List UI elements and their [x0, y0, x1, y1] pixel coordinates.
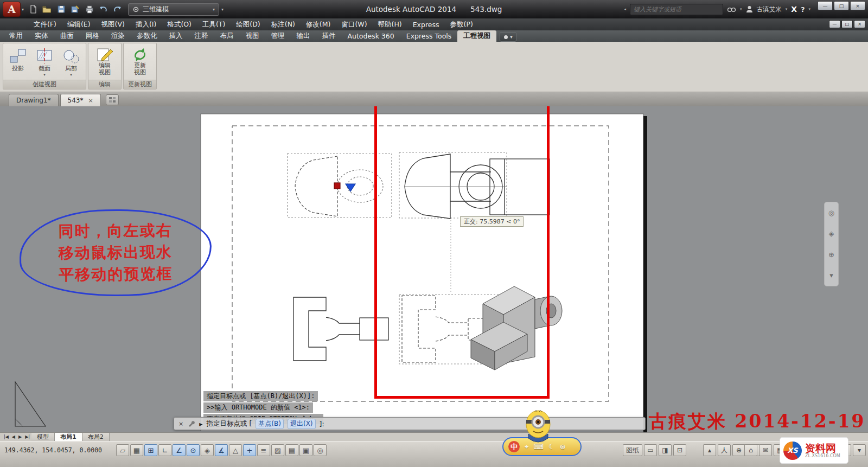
- doc-restore-button[interactable]: □: [841, 20, 853, 28]
- section-caret-icon[interactable]: ▾: [43, 73, 46, 77]
- annotation-scale-icon[interactable]: ▴: [703, 444, 716, 456]
- exchange-apps-icon[interactable]: X: [791, 5, 797, 14]
- osnap-toggle[interactable]: ⊙: [187, 444, 200, 456]
- menu-express[interactable]: Express: [407, 18, 445, 30]
- tab-express-tools[interactable]: Express Tools: [400, 30, 458, 42]
- tab-overview-button[interactable]: [106, 94, 119, 105]
- otrack-toggle[interactable]: ∡: [215, 444, 228, 456]
- osnap-3d-toggle[interactable]: ◈: [201, 444, 214, 456]
- doc-minimize-button[interactable]: —: [829, 20, 840, 28]
- selection-cycling-toggle[interactable]: ▣: [299, 444, 312, 456]
- tab-plugins[interactable]: 插件: [316, 30, 342, 42]
- menu-parametric[interactable]: 参数(P): [445, 18, 478, 30]
- infer-constraints-toggle[interactable]: ▱: [116, 444, 129, 456]
- tab-autodesk360[interactable]: Autodesk 360: [342, 30, 400, 42]
- help-caret-icon[interactable]: ▾: [808, 7, 810, 11]
- update-view-button[interactable]: 更新 视图: [126, 45, 154, 80]
- model-tab[interactable]: 模型: [31, 433, 55, 442]
- undo-icon[interactable]: [97, 3, 110, 16]
- workspace-status-icon[interactable]: ⌂: [744, 444, 757, 456]
- file-tab-drawing1[interactable]: Drawing1*: [9, 94, 59, 106]
- infocenter-expand-icon[interactable]: ◂: [624, 7, 627, 11]
- maximize-viewport-icon[interactable]: ⊡: [673, 444, 686, 456]
- plot-icon[interactable]: [83, 3, 95, 16]
- edit-view-button[interactable]: 编辑 视图: [91, 45, 119, 80]
- first-tab-arrow-icon[interactable]: |◀: [2, 434, 10, 439]
- tab-output[interactable]: 输出: [291, 30, 316, 42]
- prev-tab-arrow-icon[interactable]: ◀: [10, 434, 17, 439]
- app-menu-button[interactable]: A: [3, 2, 21, 17]
- menu-edit[interactable]: 编辑(E): [62, 18, 96, 30]
- panel-update-view-label[interactable]: 更新视图: [124, 80, 156, 89]
- close-button[interactable]: ×: [850, 1, 865, 10]
- workspace-switcher[interactable]: 三维建模 ▾: [128, 3, 219, 16]
- snap-toggle[interactable]: ▦: [130, 444, 143, 456]
- user-caret-icon[interactable]: ▾: [786, 7, 788, 11]
- paper-space-button[interactable]: 图纸: [623, 444, 642, 456]
- open-folder-icon[interactable]: [41, 3, 53, 16]
- signin-user[interactable]: 古滇艾米: [757, 5, 782, 14]
- tab-render[interactable]: 渲染: [105, 30, 131, 42]
- dynamic-input-toggle[interactable]: +: [243, 444, 256, 456]
- last-tab-arrow-icon[interactable]: ▶|: [23, 434, 31, 439]
- next-tab-arrow-icon[interactable]: ▶: [17, 434, 23, 439]
- navigation-wheel-icon[interactable]: ◎: [828, 209, 834, 217]
- search-binoculars-icon[interactable]: [727, 5, 736, 13]
- annotation-monitor-toggle[interactable]: ◎: [314, 444, 327, 456]
- ducs-toggle[interactable]: △: [229, 444, 242, 456]
- menu-tools[interactable]: 工具(T): [197, 18, 231, 30]
- tab-mesh[interactable]: 网格: [80, 30, 105, 42]
- quick-properties-toggle[interactable]: ▤: [285, 444, 298, 456]
- panel-create-view-label[interactable]: 创建视图: [3, 80, 86, 89]
- command-close-icon[interactable]: ×: [178, 420, 183, 427]
- file-tab-543[interactable]: 543* ×: [60, 94, 101, 106]
- restore-button[interactable]: □: [834, 1, 849, 10]
- menu-file[interactable]: 文件(F): [28, 18, 62, 30]
- help-icon[interactable]: ?: [801, 5, 805, 14]
- statusbar-menu-caret-icon[interactable]: ▾: [853, 444, 866, 456]
- menu-help[interactable]: 帮助(H): [373, 18, 407, 30]
- tab-manage[interactable]: 管理: [265, 30, 291, 42]
- layout-space-icon[interactable]: ◨: [659, 444, 672, 456]
- search-input[interactable]: [634, 6, 719, 13]
- annotation-visibility-icon[interactable]: 人: [718, 444, 731, 456]
- tab-annotate[interactable]: 注释: [189, 30, 214, 42]
- navbar-more-icon[interactable]: ▾: [829, 271, 833, 279]
- layout2-tab[interactable]: 布局2: [82, 433, 110, 442]
- menu-modify[interactable]: 修改(M): [301, 18, 336, 30]
- file-tab-close-icon[interactable]: ×: [88, 97, 93, 104]
- new-file-icon[interactable]: [27, 3, 39, 16]
- ortho-toggle[interactable]: ∟: [158, 444, 171, 456]
- command-option-basepoint[interactable]: 基点(B): [256, 419, 284, 429]
- toolbar-customize-caret-icon[interactable]: ▾: [221, 7, 224, 12]
- menu-window[interactable]: 窗口(W): [336, 18, 372, 30]
- command-wrench-icon[interactable]: [187, 420, 195, 427]
- command-option-exit[interactable]: 退出(X): [288, 419, 316, 429]
- lineweight-toggle[interactable]: ≡: [257, 444, 270, 456]
- model-space-icon[interactable]: ▭: [644, 444, 657, 456]
- detail-caret-icon[interactable]: ▾: [70, 73, 72, 77]
- menu-format[interactable]: 格式(O): [162, 18, 197, 30]
- tab-drawing-views[interactable]: 工程视图: [457, 30, 496, 42]
- search-box[interactable]: [630, 4, 723, 15]
- tab-surface[interactable]: 曲面: [54, 30, 80, 42]
- menu-insert[interactable]: 插入(I): [130, 18, 162, 30]
- tab-layout[interactable]: 布局: [214, 30, 240, 42]
- tab-insert[interactable]: 插入: [163, 30, 189, 42]
- minimize-button[interactable]: —: [818, 1, 833, 10]
- tab-parametric[interactable]: 参数化: [131, 30, 163, 42]
- layout1-tab[interactable]: 布局1: [55, 433, 82, 442]
- hot-grip[interactable]: [334, 183, 340, 189]
- menu-view[interactable]: 视图(V): [96, 18, 130, 30]
- ime-language-indicator[interactable]: 中: [508, 441, 520, 452]
- redo-icon[interactable]: [111, 3, 124, 16]
- save-icon[interactable]: [55, 3, 67, 16]
- ribbon-display-toggle[interactable]: ▾: [500, 32, 516, 42]
- command-line[interactable]: × ▸ 指定目标点或 [ 基点(B) 退出(X) ]:: [174, 417, 646, 430]
- save-as-icon[interactable]: [69, 3, 81, 16]
- navigation-bar[interactable]: ◎ ◈ ⊕ ▾: [824, 202, 839, 286]
- zoom-icon[interactable]: ⊕: [828, 251, 834, 259]
- polar-toggle[interactable]: ∠: [173, 444, 186, 456]
- section-view-button[interactable]: 截面 ▾: [32, 45, 57, 80]
- tray-message-icon[interactable]: ✉: [759, 444, 772, 456]
